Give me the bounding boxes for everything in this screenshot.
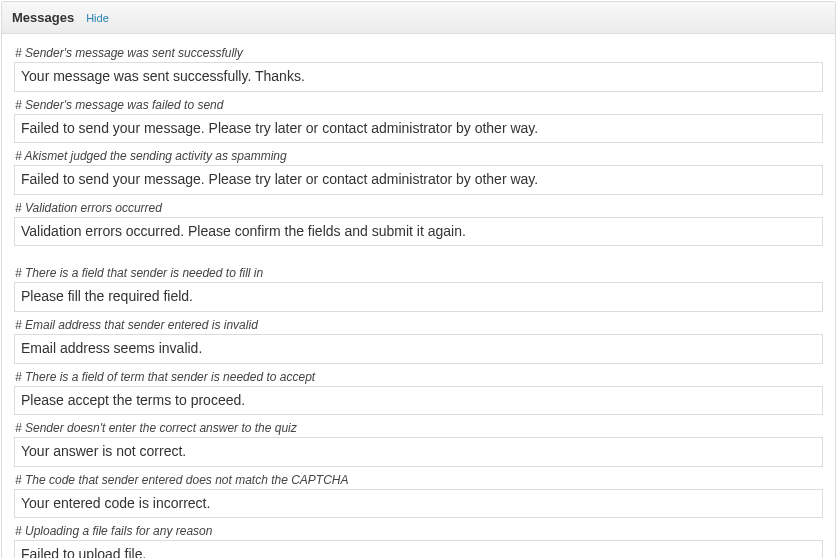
msg-accept-terms-input[interactable] xyxy=(14,386,823,416)
field-label: # There is a field of term that sender i… xyxy=(14,370,823,384)
messages-panel: Messages Hide # Sender's message was sen… xyxy=(1,1,836,558)
field-label: # Uploading a file fails for any reason xyxy=(14,524,823,538)
field-label: # Sender's message was sent successfully xyxy=(14,46,823,60)
field-label: # Akismet judged the sending activity as… xyxy=(14,149,823,163)
msg-upload-failed-input[interactable] xyxy=(14,540,823,558)
field-label: # Email address that sender entered is i… xyxy=(14,318,823,332)
group-gap xyxy=(14,246,823,260)
field-label: # Validation errors occurred xyxy=(14,201,823,215)
msg-sent-failed-input[interactable] xyxy=(14,114,823,144)
msg-sent-success-input[interactable] xyxy=(14,62,823,92)
field-label: # Sender's message was failed to send xyxy=(14,98,823,112)
hide-link[interactable]: Hide xyxy=(86,12,109,24)
msg-invalid-email-input[interactable] xyxy=(14,334,823,364)
msg-validation-error-input[interactable] xyxy=(14,217,823,247)
field-label: # The code that sender entered does not … xyxy=(14,473,823,487)
panel-title: Messages xyxy=(12,10,74,25)
msg-akismet-spam-input[interactable] xyxy=(14,165,823,195)
msg-captcha-wrong-input[interactable] xyxy=(14,489,823,519)
msg-required-field-input[interactable] xyxy=(14,282,823,312)
panel-header: Messages Hide xyxy=(2,2,835,34)
panel-body: # Sender's message was sent successfully… xyxy=(2,34,835,558)
field-label: # There is a field that sender is needed… xyxy=(14,266,823,280)
field-label: # Sender doesn't enter the correct answe… xyxy=(14,421,823,435)
msg-quiz-wrong-input[interactable] xyxy=(14,437,823,467)
